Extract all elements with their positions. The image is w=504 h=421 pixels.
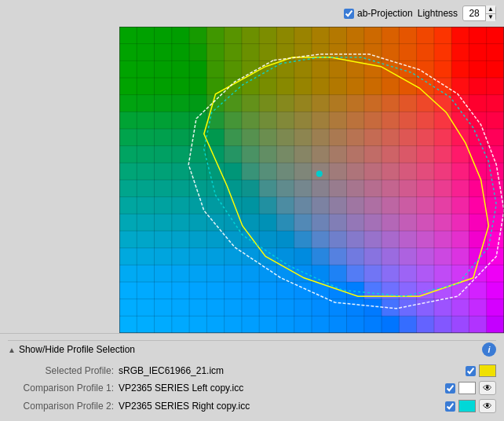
lightness-label: Lightness [418,8,458,19]
profile-eye-btn-2[interactable]: 👁 [479,399,496,413]
show-hide-row: ▲ Show/Hide Profile Selection i [8,340,496,358]
profile-actions-2: 👁 [445,399,496,413]
lightness-input[interactable] [463,8,485,19]
color-gamut-canvas [119,27,504,333]
profile-name-1: VP2365 SERIES Left copy.icc [119,383,440,394]
profile-actions-0 [466,364,496,377]
ab-projection-checkbox-row: ab-Projection [344,8,413,19]
lightness-down-btn[interactable]: ▼ [486,14,495,22]
profile-actions-1: 👁 [445,381,496,395]
profile-swatch-0 [479,364,496,377]
profile-swatch-2 [458,400,476,412]
show-hide-left: ▲ Show/Hide Profile Selection [8,344,135,355]
bottom-panel: ▲ Show/Hide Profile Selection i Selected… [0,333,504,421]
profile-name-0: sRGB_IEC61966_21.icm [119,365,461,376]
profile-row-2: Comparison Profile 2: VP2365 SERIES Righ… [8,399,496,413]
spinner-buttons: ▲ ▼ [485,5,495,21]
profile-name-2: VP2365 SERIES Right copy.icc [119,401,440,412]
profile-label-0: Selected Profile: [8,365,114,376]
info-icon[interactable]: i [482,342,496,357]
lightness-up-btn[interactable]: ▲ [486,5,495,14]
show-hide-label: Show/Hide Profile Selection [19,344,135,355]
ab-projection-label: ab-Projection [357,8,413,19]
profile-label-2: Comparison Profile 2: [8,401,114,412]
canvas-area [119,27,504,333]
profile-label-1: Comparison Profile 1: [8,383,114,394]
lightness-spinner[interactable]: ▲ ▼ [462,5,496,21]
profile-checkbox-2[interactable] [445,401,455,412]
profile-row-1: Comparison Profile 1: VP2365 SERIES Left… [8,381,496,395]
profile-eye-btn-1[interactable]: 👁 [479,381,496,395]
profile-row-0: Selected Profile: sRGB_IEC61966_21.icm [8,364,496,377]
profile-checkbox-1[interactable] [445,383,455,394]
ab-projection-checkbox[interactable] [344,9,354,19]
profiles-container: Selected Profile: sRGB_IEC61966_21.icm C… [8,364,496,413]
profile-swatch-1 [458,382,476,394]
profile-checkbox-0[interactable] [466,366,476,376]
triangle-icon: ▲ [8,346,16,354]
top-bar: ab-Projection Lightness ▲ ▼ [0,0,504,27]
